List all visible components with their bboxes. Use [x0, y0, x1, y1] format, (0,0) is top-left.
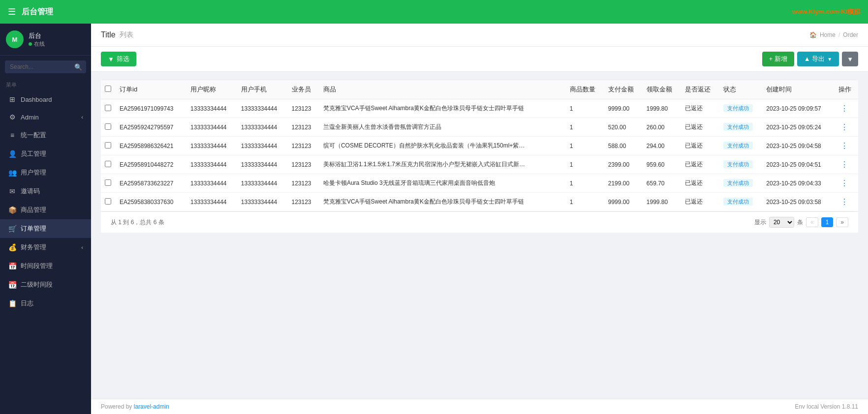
- sidebar-item-dashboard[interactable]: ⊞ Dashboard: [0, 90, 91, 108]
- col-qty: 商品数量: [566, 80, 604, 99]
- cell-status: 支付成功: [719, 99, 762, 118]
- home-icon: 🏠: [809, 31, 817, 38]
- cell-staff: 123123: [288, 174, 319, 193]
- sidebar-item-invite[interactable]: ✉ 邀请码: [0, 182, 91, 201]
- cell-actions: ⋮: [835, 174, 858, 193]
- table-row: EA25958733623227 13333334444 13333334444…: [101, 174, 858, 193]
- cell-actions: ⋮: [835, 118, 858, 137]
- main-content: Title 列表 🏠 Home / Order ▼ 筛选 + 新增 ▲: [91, 24, 868, 414]
- cell-receive: 659.70: [643, 174, 681, 193]
- cell-receive: 1999.80: [643, 99, 681, 118]
- staff-icon: 👤: [8, 150, 17, 158]
- breadcrumb-home[interactable]: Home: [820, 31, 836, 38]
- row-action-button[interactable]: ⋮: [838, 160, 850, 169]
- chevron-icon: ‹: [81, 114, 83, 120]
- cell-actions: ⋮: [835, 193, 858, 211]
- cell-qty: 1: [566, 99, 604, 118]
- cell-qty: 1: [566, 118, 604, 137]
- sidebar-item-staff[interactable]: 👤 员工管理: [0, 145, 91, 163]
- row-checkbox-3[interactable]: [105, 161, 111, 167]
- next-page-button[interactable]: »: [836, 217, 848, 227]
- search-box: 🔍: [0, 56, 91, 78]
- row-checkbox-4[interactable]: [105, 179, 111, 186]
- row-action-button[interactable]: ⋮: [838, 179, 850, 187]
- sidebar-item-products[interactable]: 📦 商品管理: [0, 201, 91, 219]
- select-all-checkbox[interactable]: [105, 86, 111, 92]
- cell-created: 2023-10-25 09:04:33: [762, 174, 834, 193]
- cell-status: 支付成功: [719, 137, 762, 155]
- sidebar-item-logs[interactable]: 📋 日志: [0, 294, 91, 313]
- row-action-button[interactable]: ⋮: [838, 123, 850, 131]
- footer-version: Env local Version 1.8.11: [795, 403, 858, 410]
- cell-returned: 已返还: [681, 155, 719, 174]
- cell-returned: 已返还: [681, 174, 719, 193]
- sidebar-item-timeslots[interactable]: 📅 时间段管理: [0, 257, 91, 275]
- row-action-button[interactable]: ⋮: [838, 198, 850, 206]
- search-icon[interactable]: 🔍: [74, 63, 82, 71]
- row-checkbox-5[interactable]: [105, 198, 111, 205]
- cell-amount: 9999.00: [604, 99, 643, 118]
- cell-returned: 已返还: [681, 99, 719, 118]
- sidebar-item-admin[interactable]: ⚙ Admin ‹: [0, 108, 91, 126]
- prev-page-button[interactable]: «: [806, 217, 818, 227]
- cell-qty: 1: [566, 174, 604, 193]
- cell-returned: 已返还: [681, 118, 719, 137]
- cell-status: 支付成功: [719, 193, 762, 211]
- status-badge: 支付成功: [723, 142, 753, 149]
- row-checkbox-0[interactable]: [105, 105, 111, 111]
- breadcrumb: 🏠 Home / Order: [809, 31, 858, 38]
- table-row: EA25961971099743 13333334444 13333334444…: [101, 99, 858, 118]
- cell-amount: 9999.00: [604, 193, 643, 211]
- toolbar: ▼ 筛选 + 新增 ▲ 导出 ▼ ▼: [91, 47, 868, 72]
- sidebar-item-config[interactable]: ≡ 统一配置: [0, 126, 91, 145]
- table-row: EA25959242795597 13333334444 13333334444…: [101, 118, 858, 137]
- page-1-button[interactable]: 1: [821, 217, 834, 227]
- page-title-area: Title 列表: [101, 30, 133, 39]
- sidebar-item-users[interactable]: 👥 用户管理: [0, 163, 91, 182]
- orders-table: 订单id 用户昵称 用户手机 业务员 商品 商品数量 支付金额 领取金额 是否返…: [101, 80, 858, 211]
- timeslots2-icon: 📆: [8, 281, 17, 289]
- cell-staff: 123123: [288, 137, 319, 155]
- avatar: M: [6, 30, 24, 48]
- row-checkbox-2[interactable]: [105, 142, 111, 148]
- footer-link[interactable]: laravel-admin: [134, 403, 169, 410]
- col-product: 商品: [319, 80, 566, 99]
- row-action-button[interactable]: ⋮: [838, 104, 850, 113]
- user-info: M 后台 在线: [0, 24, 91, 56]
- col-nickname: 用户昵称: [186, 80, 237, 99]
- cell-order-id: EA25961971099743: [116, 99, 186, 118]
- dashboard-icon: ⊞: [8, 95, 17, 103]
- status-badge: 支付成功: [723, 179, 753, 187]
- sidebar-item-finance[interactable]: 💰 财务管理 ‹: [0, 238, 91, 257]
- cell-created: 2023-10-25 09:04:51: [762, 155, 834, 174]
- status-dot-icon: [29, 42, 32, 46]
- row-action-button[interactable]: ⋮: [838, 142, 850, 150]
- products-icon: 📦: [8, 206, 17, 214]
- col-actions: 操作: [835, 80, 858, 99]
- invite-icon: ✉: [8, 187, 17, 195]
- cell-qty: 1: [566, 155, 604, 174]
- col-returned: 是否返还: [681, 80, 719, 99]
- cell-phone: 13333334444: [237, 174, 288, 193]
- row-checkbox-1[interactable]: [105, 123, 111, 130]
- columns-button[interactable]: ▼: [842, 52, 858, 66]
- filter-button[interactable]: ▼ 筛选: [101, 52, 136, 66]
- config-icon: ≡: [8, 131, 17, 139]
- cell-staff: 123123: [288, 193, 319, 211]
- cell-created: 2023-10-25 09:04:58: [762, 137, 834, 155]
- topbar-watermark: www.Klym.com·KI模拟: [792, 7, 860, 16]
- sidebar-item-timeslots2[interactable]: 📆 二级时间段: [0, 275, 91, 294]
- sidebar-item-orders[interactable]: 🛒 订单管理: [0, 219, 91, 238]
- menu-toggle-icon[interactable]: ☰: [8, 6, 16, 17]
- cell-actions: ⋮: [835, 99, 858, 118]
- cell-status: 支付成功: [719, 155, 762, 174]
- per-page-select[interactable]: 20 50 100: [769, 217, 794, 228]
- table-row: EA25958910448272 13333334444 13333334444…: [101, 155, 858, 174]
- sidebar: M 后台 在线 🔍 菜单 ⊞ Dashboard ⚙ Admin ‹ ≡: [0, 24, 91, 414]
- orders-icon: 🛒: [8, 225, 17, 233]
- new-button[interactable]: + 新增: [762, 52, 794, 66]
- table-header-row: 订单id 用户昵称 用户手机 业务员 商品 商品数量 支付金额 领取金额 是否返…: [101, 80, 858, 99]
- cell-product: 美标浴缸卫浴1.1米1.5米1.7米压克力民宿深泡小户型无裙嵌入式浴缸日式新科德: [319, 155, 566, 174]
- topbar: ☰ 后台管理 www.Klym.com·KI模拟: [0, 0, 868, 24]
- export-button[interactable]: ▲ 导出 ▼: [797, 52, 839, 66]
